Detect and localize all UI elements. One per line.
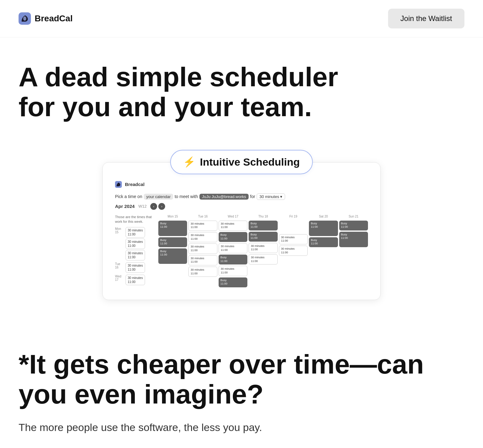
- cal-slot: 30 minutes11:00: [126, 227, 145, 238]
- cal-slot: 30 minutes11:00: [126, 275, 145, 285]
- cal-day-rows: Mon15 30 minutes11:00 30 minutes11:00 30…: [115, 227, 158, 285]
- feature-wrapper: ⚡ Intuitive Scheduling Breadcal Pick a t…: [102, 162, 381, 300]
- section2-title: *It gets cheaper over time—can you even …: [19, 349, 464, 409]
- cal-event: 30 minutes11:00: [249, 254, 277, 264]
- prompt-user-chip: JuJu JuJu@bread.works: [199, 194, 249, 200]
- calendar-card: Breadcal Pick a time on your calendar to…: [102, 162, 381, 300]
- logo-area: BreadCal: [19, 12, 73, 25]
- cal-grid: Those are the times that work for this w…: [115, 215, 368, 287]
- cal-logo-icon: [115, 181, 122, 188]
- cal-slot: 30 minutes11:00: [126, 250, 145, 260]
- logo-text: BreadCal: [35, 14, 73, 23]
- cal-month: Apr 2024: [115, 204, 135, 209]
- cal-col-tue: 30 minutes11:00 30 minutes11:00 30 minut…: [188, 221, 217, 277]
- cal-event: Busy11:00: [249, 221, 277, 230]
- cal-col-header-wed: Wed 17: [219, 215, 247, 218]
- cal-slot: 30 minutes11:00: [126, 262, 145, 273]
- cal-event: Busy11:00: [339, 232, 368, 247]
- cal-next-button[interactable]: ›: [158, 203, 165, 210]
- cal-brand: Breadcal: [125, 182, 144, 187]
- prompt-text: Pick a time on: [115, 194, 142, 199]
- cal-col-wed: 30 minutes11:00 Busy11:00 30 minutes11:0…: [219, 221, 247, 287]
- cal-col-header-thu: Thu 18: [249, 215, 277, 218]
- section2: *It gets cheaper over time—can you even …: [0, 325, 483, 446]
- badge-label: Intuitive Scheduling: [200, 156, 300, 168]
- prompt-for: for: [250, 194, 255, 199]
- cal-col-header-mon: Mon 15: [158, 215, 187, 218]
- cal-sidebar-row-mon: Mon15 30 minutes11:00 30 minutes11:00 30…: [115, 227, 158, 260]
- cal-event: 30 minutes11:00: [219, 266, 247, 276]
- hero-title: A dead simple scheduler for you and your…: [19, 62, 359, 122]
- cal-date-nav: Apr 2024 W12 ‹ ›: [115, 203, 368, 210]
- prompt-calendar-chip: your calendar: [144, 194, 173, 200]
- cal-event: 30 minutes11:00: [279, 246, 308, 256]
- section2-subtitle: The more people use the software, the le…: [19, 421, 464, 433]
- cal-sidebar-note: Those are the times that work for this w…: [115, 215, 158, 224]
- svg-point-1: [23, 16, 26, 21]
- cal-col-headers: Mon 15 Tue 16 Wed 17 Thu 18 Fri 19 Sat 2…: [158, 215, 368, 218]
- breadcal-logo-icon: [19, 12, 31, 25]
- feature-section: ⚡ Intuitive Scheduling Breadcal Pick a t…: [0, 162, 483, 325]
- cal-event: Busy11:00: [309, 237, 338, 247]
- cal-sidebar-row-tue: Tue16 30 minutes11:00: [115, 262, 158, 273]
- cal-event: 30 minutes11:00: [279, 234, 308, 244]
- cal-sidebar-row-wed: Wed17 30 minutes11:00: [115, 275, 158, 285]
- cal-event: Busy11:00: [309, 221, 338, 236]
- cal-day-label-wed: Wed17: [115, 275, 124, 281]
- cal-col-header-sat: Sat 20: [309, 215, 338, 218]
- cal-event: 30 minutes11:00: [188, 221, 217, 231]
- cal-nav-buttons: ‹ ›: [150, 203, 165, 210]
- cal-event: Busy11:00: [158, 237, 187, 247]
- cal-columns: Mon 15 Tue 16 Wed 17 Thu 18 Fri 19 Sat 2…: [158, 215, 368, 287]
- cal-event: 30 minutes11:00: [188, 243, 217, 254]
- cal-day-label-tue: Tue16: [115, 262, 124, 269]
- cal-event: Busy11:00: [219, 232, 247, 242]
- cal-event: 30 minutes11:00: [219, 243, 247, 253]
- cal-sidebar: Those are the times that work for this w…: [115, 215, 158, 287]
- cal-event: Busy11:00: [249, 232, 277, 242]
- cal-event: 30 minutes11:00: [188, 255, 217, 265]
- cal-week-num: W12: [138, 204, 147, 209]
- cal-day-label-mon: Mon15: [115, 227, 124, 234]
- join-waitlist-button[interactable]: Join the Waitlist: [388, 9, 464, 28]
- cal-event: Busy11:00: [158, 248, 187, 264]
- cal-header: Breadcal: [115, 181, 368, 188]
- feature-badge: ⚡ Intuitive Scheduling: [170, 150, 313, 174]
- cal-event: 30 minutes11:00: [249, 243, 277, 253]
- cal-prev-button[interactable]: ‹: [150, 203, 157, 210]
- lightning-icon: ⚡: [183, 156, 195, 168]
- cal-event: 30 minutes11:00: [188, 232, 217, 242]
- prompt-mid: to meet with: [175, 194, 198, 199]
- cal-col-grid: Busy11:00 Busy11:00 Busy11:00 30 minutes…: [158, 221, 368, 287]
- cal-col-header-fri: Fri 19: [279, 215, 308, 218]
- cal-col-mon: Busy11:00 Busy11:00 Busy11:00: [158, 221, 187, 264]
- cal-prompt: Pick a time on your calendar to meet wit…: [115, 193, 368, 200]
- cal-col-sat: Busy11:00 Busy11:00: [309, 221, 338, 247]
- cal-col-fri: 30 minutes11:00 30 minutes11:00: [279, 221, 308, 256]
- cal-col-sun: Busy11:00 Busy11:00: [339, 221, 368, 247]
- cal-event: 30 minutes11:00: [219, 221, 247, 231]
- cal-col-header-sun: Sun 21: [339, 215, 368, 218]
- cal-col-header-tue: Tue 16: [188, 215, 217, 218]
- cal-event: Busy11:00: [339, 221, 368, 230]
- cal-event: Busy11:00: [219, 277, 247, 287]
- cal-slot: 30 minutes11:00: [126, 239, 145, 249]
- hero-section: A dead simple scheduler for you and your…: [0, 37, 483, 162]
- cal-event: 30 minutes11:00: [188, 267, 217, 277]
- cal-event: Busy11:00: [158, 221, 187, 236]
- cal-event: Busy11:00: [219, 255, 247, 264]
- cal-col-thu: Busy11:00 Busy11:00 30 minutes11:00 30 m…: [249, 221, 277, 265]
- duration-selector[interactable]: 30 minutes ▾: [257, 193, 285, 200]
